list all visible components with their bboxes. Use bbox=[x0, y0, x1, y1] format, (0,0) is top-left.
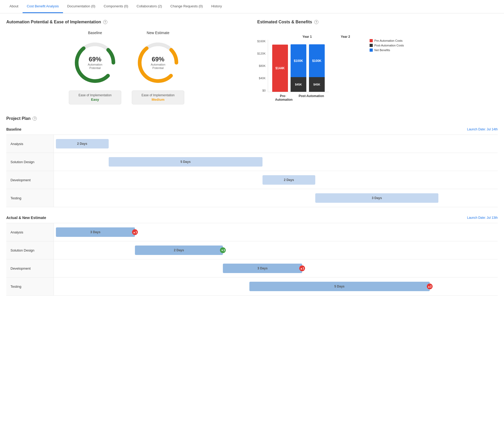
baseline-solution-task: Solution Design bbox=[6, 153, 54, 171]
year1-post-bar-label: $45K bbox=[295, 83, 302, 86]
baseline-solution-bar: 5 Days bbox=[109, 157, 262, 167]
baseline-percent: 69% bbox=[88, 56, 102, 63]
tab-change-requests[interactable]: Change Requests (0) bbox=[166, 0, 207, 13]
baseline-analysis-bar: 2 Days bbox=[56, 139, 109, 148]
y-label-160: $160K bbox=[257, 40, 266, 43]
baseline-solution-bar-cell: 5 Days bbox=[54, 153, 498, 171]
ap-title: Automation Potential & Ease of Implement… bbox=[6, 20, 101, 24]
baseline-development-bar-cell: 2 Days bbox=[54, 171, 498, 189]
baseline-testing-bar: 3 Days bbox=[315, 193, 438, 203]
legend-pre-auto-label: Pre-Automation Costs bbox=[374, 39, 403, 42]
actual-development-badge: ▲1 bbox=[299, 265, 305, 271]
year1-label: Year 1 bbox=[289, 35, 325, 39]
new-estimate-gauge-title: New Estimate bbox=[147, 31, 169, 35]
y-label-0: $0 bbox=[262, 89, 266, 92]
ec-help-icon[interactable]: ? bbox=[314, 20, 318, 24]
bar-chart-container: Year 1 Year 2 $160K $120K $80K $40K $0 bbox=[257, 31, 498, 106]
actual-testing-row: Testing 5 Days ▲2 bbox=[6, 278, 498, 296]
baseline-testing-task: Testing bbox=[6, 189, 54, 207]
baseline-testing-row: Testing 3 Days bbox=[6, 189, 498, 207]
project-plan-header: Project Plan ? bbox=[6, 116, 498, 121]
top-section: Automation Potential & Ease of Implement… bbox=[6, 20, 498, 106]
new-estimate-ease-badge: Ease of Implementation Medium bbox=[132, 90, 184, 104]
baseline-gauge-svg: 69% AutomationPotential bbox=[71, 39, 119, 86]
ap-section-header: Automation Potential & Ease of Implement… bbox=[6, 20, 247, 24]
tab-history[interactable]: History bbox=[207, 0, 226, 13]
x-label-post: Post-Automation bbox=[293, 94, 329, 102]
baseline-solution-bar-label: 5 Days bbox=[180, 160, 191, 164]
legend-net-benefits: Net Benefits bbox=[370, 49, 404, 52]
year1-net-bar-label: $100K bbox=[294, 59, 303, 63]
tab-components[interactable]: Components (0) bbox=[99, 0, 132, 13]
actual-testing-bar-cell: 5 Days ▲2 bbox=[54, 278, 498, 296]
tab-cost-benefit[interactable]: Cost Benefit Analysis bbox=[23, 0, 63, 13]
tab-documentation[interactable]: Documentation (0) bbox=[63, 0, 99, 13]
legend-net-benefits-color bbox=[370, 49, 373, 52]
baseline-launch-date: Launch Date: Jul 14th bbox=[467, 127, 498, 131]
baseline-plan: Baseline Launch Date: Jul 14th Analysis … bbox=[6, 127, 498, 207]
new-estimate-gauge-svg: 69% AutomationPotential bbox=[134, 39, 182, 86]
actual-testing-bar-label: 5 Days bbox=[334, 285, 345, 288]
actual-solution-task: Solution Design bbox=[6, 241, 54, 259]
project-plan-section: Project Plan ? Baseline Launch Date: Jul… bbox=[6, 116, 498, 296]
project-plan-title: Project Plan bbox=[6, 116, 30, 121]
year2-label: Year 2 bbox=[328, 35, 363, 39]
actual-testing-bar: 5 Days bbox=[249, 282, 430, 291]
main-content: Automation Potential & Ease of Implement… bbox=[0, 13, 504, 432]
baseline-analysis-task: Analysis bbox=[6, 135, 54, 153]
legend-net-benefits-label: Net Benefits bbox=[374, 49, 390, 52]
y-label-80: $80K bbox=[259, 64, 266, 67]
new-estimate-gauge-center: 69% AutomationPotential bbox=[151, 56, 165, 70]
actual-analysis-bar-cell: 3 Days ▲1 bbox=[54, 223, 498, 241]
legend-post-auto: Post-Automation Costs bbox=[370, 44, 404, 47]
new-estimate-label: AutomationPotential bbox=[151, 63, 165, 70]
actual-plan-title: Actual & New Estimate bbox=[6, 216, 46, 220]
actual-gantt-table: Analysis 3 Days ▲1 Solution Design bbox=[6, 223, 498, 296]
y-label-40: $40K bbox=[259, 77, 266, 80]
actual-analysis-bar-label: 3 Days bbox=[90, 230, 101, 234]
x-label-pre: Pre-Automation bbox=[275, 94, 291, 102]
legend-post-auto-label: Post-Automation Costs bbox=[374, 44, 404, 47]
actual-analysis-bar: 3 Days bbox=[56, 227, 135, 237]
tab-about[interactable]: About bbox=[5, 0, 23, 13]
baseline-ease-label: Ease of Implementation bbox=[74, 93, 116, 97]
baseline-plan-header: Baseline Launch Date: Jul 14th bbox=[6, 127, 498, 131]
baseline-gantt-table: Analysis 2 Days Solution Design bbox=[6, 135, 498, 207]
project-plan-help-icon[interactable]: ? bbox=[33, 116, 37, 121]
baseline-analysis-bar-label: 2 Days bbox=[77, 142, 87, 146]
actual-solution-bar-label: 2 Days bbox=[174, 248, 184, 252]
actual-launch-date: Launch Date: Jul 13th bbox=[467, 216, 498, 220]
new-estimate-ease-value: Medium bbox=[137, 98, 179, 102]
actual-development-task: Development bbox=[6, 259, 54, 278]
year2-post-bar-label: $45K bbox=[313, 83, 320, 86]
new-estimate-percent: 69% bbox=[151, 56, 165, 63]
baseline-ease-value: Easy bbox=[74, 98, 116, 102]
legend-pre-auto: Pre-Automation Costs bbox=[370, 39, 404, 42]
ap-help-icon[interactable]: ? bbox=[103, 20, 107, 24]
baseline-testing-bar-label: 3 Days bbox=[372, 196, 382, 200]
baseline-plan-title: Baseline bbox=[6, 127, 22, 131]
baseline-development-row: Development 2 Days bbox=[6, 171, 498, 189]
baseline-development-bar: 2 Days bbox=[262, 175, 315, 185]
baseline-solution-row: Solution Design 5 Days bbox=[6, 153, 498, 171]
legend-pre-auto-color bbox=[370, 39, 373, 42]
baseline-label: AutomationPotential bbox=[88, 63, 102, 70]
actual-development-row: Development 3 Days ▲1 bbox=[6, 259, 498, 278]
ec-title: Estimated Costs & Benefits bbox=[257, 20, 312, 24]
ec-section-header: Estimated Costs & Benefits ? bbox=[257, 20, 498, 24]
baseline-analysis-bar-cell: 2 Days bbox=[54, 135, 498, 153]
actual-development-bar-label: 3 Days bbox=[258, 266, 268, 270]
actual-plan-header: Actual & New Estimate Launch Date: Jul 1… bbox=[6, 216, 498, 220]
gauges-container: Baseline 69% AutomationPotential bbox=[6, 31, 247, 104]
actual-development-bar: 3 Days bbox=[223, 264, 302, 273]
actual-solution-badge: ▼3 bbox=[220, 247, 226, 253]
actual-testing-task: Testing bbox=[6, 278, 54, 296]
tab-collaborators[interactable]: Collaborators (2) bbox=[132, 0, 166, 13]
baseline-analysis-row: Analysis 2 Days bbox=[6, 135, 498, 153]
actual-solution-bar-cell: 2 Days ▼3 bbox=[54, 241, 498, 259]
actual-development-bar-cell: 3 Days ▲1 bbox=[54, 259, 498, 278]
chart-legend: Pre-Automation Costs Post-Automation Cos… bbox=[368, 39, 404, 52]
actual-analysis-task: Analysis bbox=[6, 223, 54, 241]
estimated-costs-section: Estimated Costs & Benefits ? Year 1 Year… bbox=[257, 20, 498, 106]
baseline-ease-badge: Ease of Implementation Easy bbox=[69, 90, 121, 104]
